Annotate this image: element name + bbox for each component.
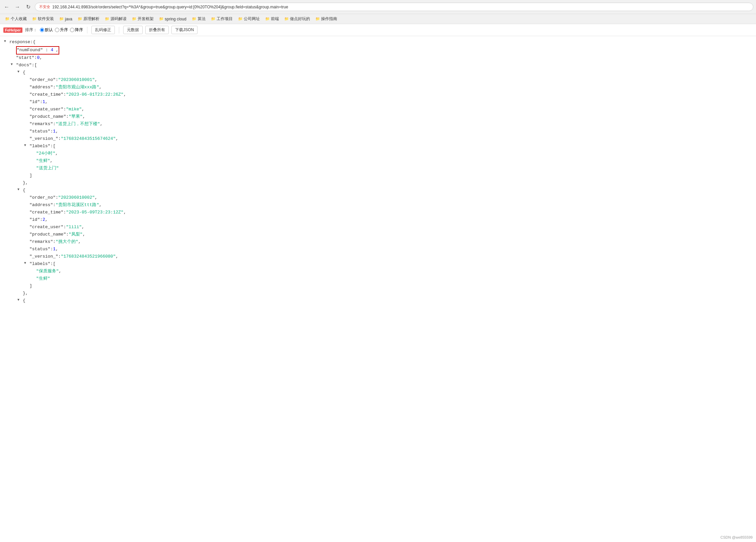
json-line-address-1: "address" : "贵阳市观山湖xxx路" , <box>4 84 752 91</box>
folder-icon: 📁 <box>284 17 289 21</box>
bookmark-label: 开发框架 <box>138 16 154 22</box>
bookmark-label: 操作指南 <box>321 16 337 22</box>
createtime-val: "2023-06-01T23:22:26Z" <box>66 91 124 98</box>
json-line-record2-close: }, <box>4 290 752 297</box>
collapse-record3[interactable]: ▼ <box>17 297 22 302</box>
remarks-key-2: "remarks" <box>29 239 53 246</box>
version-key: "_version_" <box>29 136 58 143</box>
bookmark-source[interactable]: 📁 源码解读 <box>102 15 129 22</box>
bookmark-algorithm[interactable]: 📁 算法 <box>190 15 208 22</box>
labels-key-2: "labels" <box>29 261 50 268</box>
productname-key: "product_name" <box>29 113 66 120</box>
sort-default-input[interactable] <box>40 28 44 32</box>
sort-asc-input[interactable] <box>55 28 59 32</box>
folder-icon: 📁 <box>32 17 37 21</box>
createtime-key: "create_time" <box>29 91 63 98</box>
address-key: "address" <box>29 84 53 91</box>
bookmark-java[interactable]: 📁 java <box>57 16 75 22</box>
sort-desc-input[interactable] <box>70 28 74 32</box>
version-val-2: "1768324843521966080" <box>61 253 116 260</box>
response-key: response <box>9 39 30 46</box>
bookmark-label: 前端 <box>271 16 279 22</box>
label-val-2-0: "保质服务" <box>36 268 59 275</box>
json-line-label-2-0: "保质服务" , <box>4 268 752 275</box>
json-line-remarks-2: "remarks" : "挑大个的" , <box>4 239 752 246</box>
json-line-order-no-2: "order_no" : "202306010002" , <box>4 194 752 202</box>
bookmark-label: spring cloud <box>165 17 186 21</box>
label-val: "24小时" <box>36 150 55 157</box>
bookmark-companysite[interactable]: 📁 公司网址 <box>236 15 262 22</box>
collapse-labels-2[interactable]: ▼ <box>24 261 29 265</box>
collapse-response[interactable]: ▼ <box>4 39 9 43</box>
separator <box>87 27 87 33</box>
order-no-val-2: "202306010002" <box>58 194 95 201</box>
json-line-label-2-1: "生鲜" <box>4 275 752 283</box>
reload-button[interactable]: ↻ <box>24 3 32 11</box>
label-val: "生鲜" <box>36 158 50 165</box>
productname-val-2: "凤梨" <box>69 231 83 238</box>
folder-icon: 📁 <box>238 17 243 21</box>
id-key: "id" <box>29 99 40 106</box>
json-line-createuser-2: "create_user" : "lili" , <box>4 224 752 231</box>
back-button[interactable]: ← <box>3 3 11 11</box>
address-val-2: "贵阳市花溪区ttt路" <box>56 202 99 209</box>
json-line-status-2: "status" : 1 , <box>4 246 752 253</box>
json-line-record1-close: }, <box>4 180 752 187</box>
bookmark-fun[interactable]: 📁 做点好玩的 <box>282 15 312 22</box>
json-content: ▼ response : { "numFound" : 4 , "start" … <box>0 36 756 307</box>
sort-desc-radio[interactable]: 降序 <box>70 27 83 33</box>
json-line-label-1-1: "生鲜" , <box>4 158 752 165</box>
bookmark-guide[interactable]: 📁 操作指南 <box>313 15 339 22</box>
bookmark-label: 做点好玩的 <box>290 16 310 22</box>
sort-default-radio[interactable]: 默认 <box>40 27 53 33</box>
bookmark-personal[interactable]: 📁 个人收藏 <box>3 15 29 22</box>
json-line-labels-1-open: ▼ "labels" : [ <box>4 143 752 150</box>
status-key-2: "status" <box>29 246 50 253</box>
collapse-labels-1[interactable]: ▼ <box>24 143 29 148</box>
labels-key: "labels" <box>29 143 50 150</box>
bookmark-label: 公司网址 <box>244 16 260 22</box>
json-line-record3-open: ▼ { <box>4 297 752 305</box>
fehelper-logo: FeHelper <box>3 27 22 33</box>
collapse-record2[interactable]: ▼ <box>17 187 22 192</box>
sort-asc-label: 升序 <box>60 27 68 33</box>
bookmark-devframework[interactable]: 📁 开发框架 <box>130 15 156 22</box>
json-line-response: ▼ response : { <box>4 39 752 46</box>
label-val: "送货上门" <box>36 165 59 172</box>
createuser-key-2: "create_user" <box>29 224 63 231</box>
collapse-record1[interactable]: ▼ <box>17 69 22 74</box>
bookmark-springcloud[interactable]: 📁 spring cloud <box>157 16 189 22</box>
bookmark-workproject[interactable]: 📁 工作项目 <box>209 15 235 22</box>
meta-data-button[interactable]: 元数据 <box>123 26 143 34</box>
fix-encoding-button[interactable]: 乱码修正 <box>91 26 115 34</box>
sort-asc-radio[interactable]: 升序 <box>55 27 68 33</box>
bookmark-label: 软件安装 <box>38 16 54 22</box>
folder-icon: 📁 <box>105 17 109 21</box>
bookmark-software[interactable]: 📁 软件安装 <box>30 15 56 22</box>
folder-icon: 📁 <box>132 17 137 21</box>
url-text: 192.168.244.41:8983/solr/orders/select?q… <box>52 5 288 9</box>
download-json-button[interactable]: 下载JSON <box>171 26 198 34</box>
json-line-labels-1-close: ] <box>4 172 752 180</box>
bookmarks-bar: 📁 个人收藏 📁 软件安装 📁 java 📁 原理解析 📁 源码解读 📁 开发框… <box>0 14 756 24</box>
createtime-val-2: "2023-05-09T23:23:12Z" <box>66 209 124 216</box>
json-line-order-no-1: "order_no" : "202306010001" , <box>4 77 752 84</box>
bookmark-label: 原理解析 <box>83 16 99 22</box>
sort-default-label: 默认 <box>45 27 53 33</box>
folder-icon: 📁 <box>5 17 10 21</box>
address-bar[interactable]: 不安全 192.168.244.41:8983/solr/orders/sele… <box>35 3 753 11</box>
createuser-key: "create_user" <box>29 106 63 113</box>
bookmark-frontend[interactable]: 📁 前端 <box>263 15 281 22</box>
json-line-labels-2-close: ] <box>4 283 752 290</box>
json-line-remarks-1: "remarks" : "送货上门，不想下楼" , <box>4 121 752 128</box>
start-val: 0 <box>37 55 40 62</box>
bookmark-principle[interactable]: 📁 原理解析 <box>75 15 102 22</box>
sort-options: 默认 升序 降序 <box>40 27 83 33</box>
forward-button[interactable]: → <box>13 3 21 11</box>
json-line-numfound: "numFound" : 4 , <box>4 46 752 55</box>
productname-val: "苹果" <box>69 113 83 120</box>
fold-all-button[interactable]: 折叠所有 <box>145 26 169 34</box>
collapse-docs[interactable]: ▼ <box>11 62 15 67</box>
numfound-key: "numFound" <box>17 48 43 53</box>
remarks-key: "remarks" <box>29 121 53 128</box>
